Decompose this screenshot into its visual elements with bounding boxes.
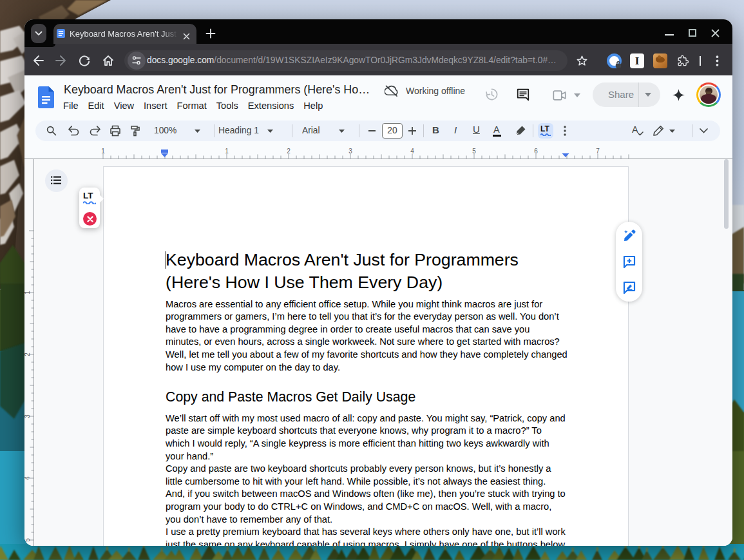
svg-text:6: 6 [534,148,538,155]
svg-text:2: 2 [287,148,291,155]
svg-text:1: 1 [24,291,31,294]
svg-text:2: 2 [24,352,31,356]
svg-text:1: 1 [225,148,229,155]
svg-text:3: 3 [24,414,31,418]
svg-text:4: 4 [410,148,414,155]
svg-text:5: 5 [472,148,476,155]
svg-text:4: 4 [24,476,31,480]
svg-text:1: 1 [101,148,105,155]
svg-text:3: 3 [348,148,352,155]
svg-text:7: 7 [596,148,600,155]
svg-text:5: 5 [24,538,31,542]
